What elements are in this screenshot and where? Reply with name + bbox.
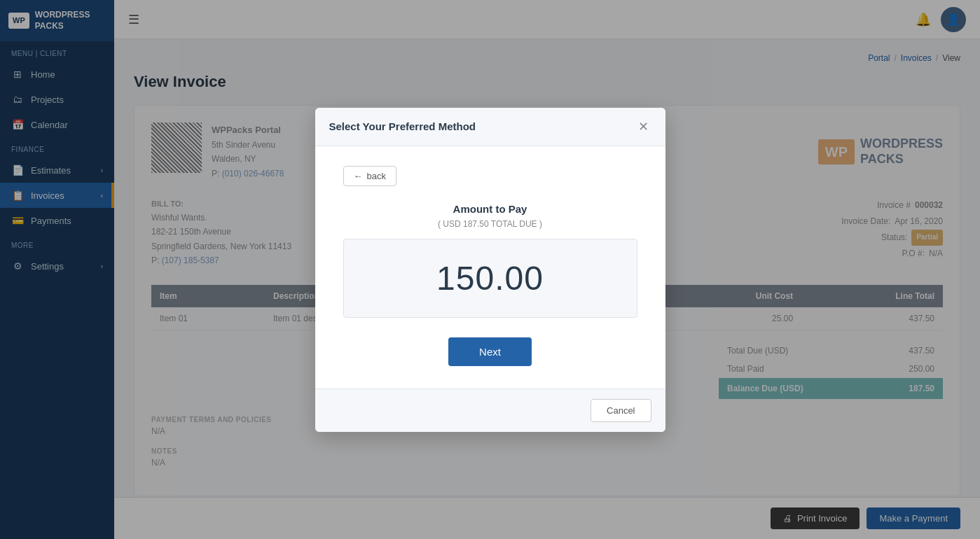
modal-body: ← back Amount to Pay ( USD 187.50 TOTAL … — [315, 146, 665, 388]
modal: Select Your Preferred Method ✕ ← back Am… — [315, 108, 665, 432]
back-button[interactable]: ← back — [343, 166, 396, 186]
modal-overlay: Select Your Preferred Method ✕ ← back Am… — [0, 0, 980, 539]
modal-header: Select Your Preferred Method ✕ — [315, 108, 665, 146]
arrow-left-icon: ← — [354, 171, 363, 181]
next-button[interactable]: Next — [448, 337, 532, 366]
cancel-button[interactable]: Cancel — [591, 399, 651, 422]
amount-label: Amount to Pay — [343, 203, 637, 215]
modal-title: Select Your Preferred Method — [329, 120, 476, 132]
amount-sublabel: ( USD 187.50 TOTAL DUE ) — [343, 219, 637, 229]
modal-footer: Cancel — [315, 388, 665, 432]
amount-display: 150.00 — [343, 239, 637, 318]
amount-value: 150.00 — [436, 260, 544, 297]
modal-close-button[interactable]: ✕ — [635, 119, 651, 134]
